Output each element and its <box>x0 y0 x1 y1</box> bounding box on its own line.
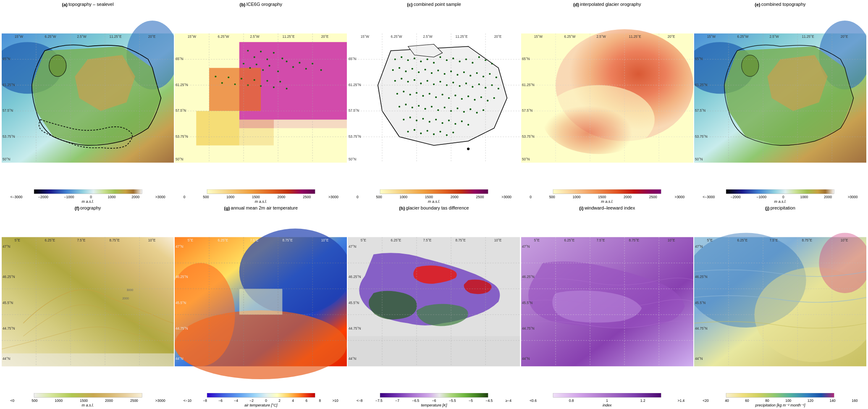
svg-text:57.5°N: 57.5°N <box>349 109 359 113</box>
panel-h-colorbar: <−8 −7.5 −7 −6.5 −6 −5.5 −5 −4.5 ≥−4 tem… <box>348 393 520 407</box>
svg-point-159 <box>403 119 405 121</box>
row-1: (a) topography – sealevel <box>2 2 866 204</box>
panel-f-title-row: (f) orography <box>75 205 101 211</box>
svg-point-152 <box>444 107 446 108</box>
panel-d-title: interpolated glacier orography <box>580 2 641 7</box>
panel-i: (i) windward–leeward index <box>521 205 693 407</box>
main-container: (a) topography – sealevel <box>0 0 868 409</box>
panel-f-label: (f) <box>75 206 79 211</box>
svg-text:44°N: 44°N <box>522 357 530 361</box>
svg-text:11.25°E: 11.25°E <box>629 35 641 39</box>
svg-point-99 <box>418 71 420 73</box>
svg-point-160 <box>409 117 411 118</box>
svg-text:3000: 3000 <box>126 288 133 292</box>
svg-text:57.5°N: 57.5°N <box>522 109 532 113</box>
svg-point-118 <box>433 84 435 85</box>
svg-text:46.25°N: 46.25°N <box>176 275 188 279</box>
svg-point-3 <box>49 55 66 76</box>
svg-text:57.5°N: 57.5°N <box>176 109 186 113</box>
svg-text:6.25°W: 6.25°W <box>218 35 229 39</box>
svg-point-42 <box>292 66 294 68</box>
panel-b-title-row: (b) ICE6G orography <box>239 2 282 8</box>
svg-point-47 <box>215 76 217 77</box>
svg-point-95 <box>392 69 394 71</box>
svg-text:65°N: 65°N <box>3 57 10 61</box>
colorbar-d-labels: 0 500 1000 1500 2000 2500 >3000 <box>530 195 684 199</box>
colorbar-c-labels: 0 500 1000 1500 2000 2500 >3000 <box>357 195 511 199</box>
svg-point-131 <box>409 94 411 95</box>
svg-point-97 <box>405 71 407 72</box>
svg-text:20°E: 20°E <box>494 35 502 39</box>
svg-text:46.25°N: 46.25°N <box>695 275 708 279</box>
svg-rect-330 <box>553 393 661 397</box>
svg-text:6.25°E: 6.25°E <box>45 239 55 242</box>
svg-point-128 <box>498 88 499 89</box>
svg-rect-242 <box>726 189 834 194</box>
svg-text:5°E: 5°E <box>707 239 713 242</box>
svg-point-43 <box>299 62 301 63</box>
svg-text:53.75°N: 53.75°N <box>176 135 188 139</box>
svg-text:10°E: 10°E <box>840 239 848 242</box>
svg-text:47°N: 47°N <box>3 245 10 249</box>
colorbar-a-svg <box>10 189 165 194</box>
svg-text:5°E: 5°E <box>15 239 21 242</box>
colorbar-h-unit: temperature [K] <box>421 403 447 407</box>
svg-text:44.75°N: 44.75°N <box>349 327 361 330</box>
svg-point-82 <box>414 58 415 59</box>
svg-point-112 <box>394 80 396 81</box>
svg-point-137 <box>448 97 450 99</box>
panel-g-map: 5°E 6.25°E 7.5°E 8.75°E 10°E 47°N 46.25°… <box>175 211 347 392</box>
map-g-svg: 5°E 6.25°E 7.5°E 8.75°E 10°E 47°N 46.25°… <box>175 211 347 392</box>
svg-text:8.75°E: 8.75°E <box>456 239 466 242</box>
svg-point-83 <box>420 60 422 62</box>
svg-point-109 <box>483 76 484 77</box>
panel-a: (a) topography – sealevel <box>2 2 174 204</box>
colorbar-b-svg <box>184 189 338 194</box>
svg-text:6.25°E: 6.25°E <box>737 239 747 242</box>
panel-e-label: (e) <box>755 2 760 7</box>
svg-point-91 <box>472 62 474 63</box>
svg-text:2.5°W: 2.5°W <box>769 35 779 39</box>
map-j-svg: 5°E 6.25°E 7.5°E 8.75°E 10°E 47°N 46.25°… <box>694 211 866 392</box>
svg-text:6.25°E: 6.25°E <box>218 239 228 242</box>
svg-text:61.25°N: 61.25°N <box>176 83 188 87</box>
colorbar-h-labels: <−8 −7.5 −7 −6.5 −6 −5.5 −5 −4.5 ≥−4 <box>357 399 511 403</box>
svg-point-171 <box>414 129 415 131</box>
svg-text:11.25°E: 11.25°E <box>283 35 295 39</box>
panel-f-map: 2000 3000 5°E 6.25°E 7.5°E 8. <box>2 211 174 392</box>
svg-text:47°N: 47°N <box>695 245 703 249</box>
svg-text:10°E: 10°E <box>321 239 329 242</box>
svg-text:65°N: 65°N <box>176 57 183 61</box>
svg-text:50°N: 50°N <box>3 157 10 161</box>
svg-point-36 <box>249 67 251 69</box>
svg-point-146 <box>405 104 407 105</box>
svg-text:11.25°E: 11.25°E <box>109 35 122 39</box>
svg-text:8.75°E: 8.75°E <box>629 239 639 242</box>
svg-text:2000: 2000 <box>122 297 129 300</box>
svg-point-48 <box>221 82 223 84</box>
panel-a-title-row: (a) topography – sealevel <box>62 2 114 8</box>
panel-g-colorbar: <−10 −8 −6 −4 −2 0 2 4 6 8 >10 air tempe… <box>175 393 347 407</box>
svg-text:50°N: 50°N <box>695 157 703 161</box>
panel-d-title-row: (d) interpolated glacier orography <box>573 2 641 8</box>
svg-text:44°N: 44°N <box>3 357 10 361</box>
svg-point-113 <box>401 78 403 79</box>
panel-i-title: windward–leeward index <box>585 205 635 210</box>
svg-text:61.25°N: 61.25°N <box>349 83 361 87</box>
colorbar-a-labels: <−3000 −2000 −1000 0 1000 2000 >3000 <box>10 195 165 199</box>
svg-point-102 <box>438 70 439 71</box>
svg-text:6.25°W: 6.25°W <box>564 35 575 39</box>
svg-point-121 <box>453 82 454 84</box>
panel-h-title: glacier boundary tas difference <box>406 205 469 210</box>
panel-c-map: 15°W 6.25°W 2.5°W 11.25°E 20°E 65°N 61.2… <box>348 8 520 189</box>
svg-point-55 <box>267 80 268 81</box>
row-2: (f) orography <box>2 205 866 407</box>
svg-point-164 <box>435 119 437 121</box>
svg-point-139 <box>461 98 463 100</box>
colorbar-j-svg <box>703 393 858 398</box>
panel-a-label: (a) <box>62 2 68 7</box>
svg-text:46.25°N: 46.25°N <box>349 275 361 279</box>
svg-text:15°W: 15°W <box>188 35 196 39</box>
svg-point-124 <box>472 86 474 88</box>
svg-point-50 <box>234 84 236 85</box>
